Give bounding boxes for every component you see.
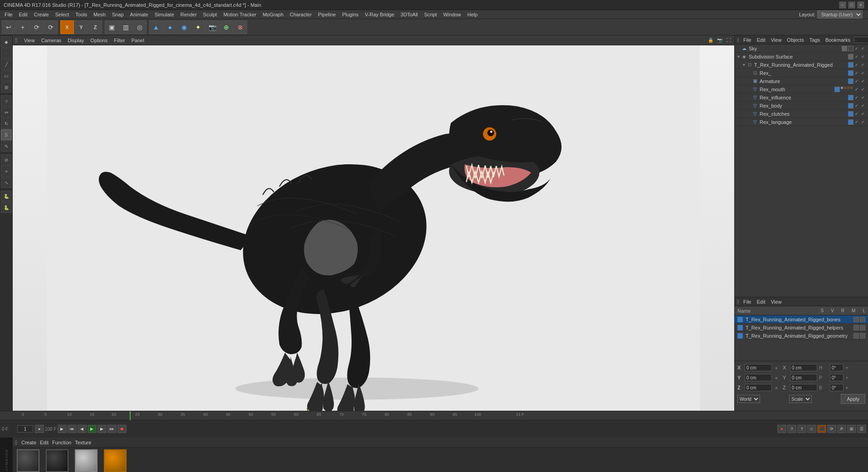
tl-ctrl-5[interactable]: ⟳ [827, 425, 836, 433]
mode-object[interactable]: ◆ [1, 36, 12, 47]
subdiv-render[interactable]: ✓ [860, 54, 866, 60]
mode-uvw[interactable]: ⊞ [1, 82, 12, 93]
coord-b-val[interactable] [830, 384, 844, 391]
vp-menu-options[interactable]: Options [88, 38, 109, 43]
helpers-dot-1[interactable] [853, 325, 859, 330]
obj-row-subdiv[interactable]: ▼ ◈ Subdivision Surface ✓ ✓ [735, 53, 868, 61]
menu-mesh[interactable]: Mesh [91, 10, 108, 19]
mode-polygons[interactable]: ▭ [1, 70, 12, 81]
obj-tab-objects[interactable]: Objects [785, 36, 805, 44]
interactive-render[interactable]: ◎ [133, 20, 146, 34]
coord-h-val[interactable] [830, 364, 844, 371]
vp-camera-icon[interactable]: 📷 [716, 37, 723, 44]
menu-file[interactable]: File [2, 10, 15, 19]
menu-character[interactable]: Character [287, 10, 314, 19]
menu-render[interactable]: Render [178, 10, 200, 19]
prop-tab-file[interactable]: File [741, 298, 753, 305]
coord-scale-dropdown[interactable]: Scale [789, 395, 812, 403]
sky-dot-1[interactable] [842, 46, 847, 51]
prev-frame-button[interactable]: ◀ [78, 425, 87, 433]
subdiv-dot-1[interactable] [848, 54, 853, 59]
mouth-dot-1[interactable] [834, 87, 840, 92]
obj-row-clutches[interactable]: ▽ Rex_clutches ✓ ✓ [735, 110, 868, 118]
vp-menu-display[interactable]: Display [66, 38, 86, 43]
menu-snap[interactable]: Snap [109, 10, 127, 19]
undo-button[interactable]: ↩ [2, 20, 15, 34]
menu-help[interactable]: Help [465, 10, 481, 19]
prop-row-bones[interactable]: T_Rex_Running_Animated_Rigged_bones [735, 315, 868, 324]
obj-tab-view[interactable]: View [769, 36, 784, 44]
tool-brush[interactable]: ∿ [1, 177, 12, 188]
apply-button[interactable]: Apply [841, 394, 865, 404]
menu-script[interactable]: Script [421, 10, 439, 19]
layout-dropdown[interactable]: Startup (User) [817, 10, 863, 19]
menu-mograph[interactable]: MoGraph [260, 10, 286, 19]
viewport[interactable] [13, 45, 734, 411]
prop-tab-view[interactable]: View [769, 298, 784, 305]
tool-scale[interactable]: ⇔ [1, 107, 12, 118]
python-icon[interactable]: 🐍 [1, 191, 12, 202]
tl-ctrl-move[interactable]: ⊹ [807, 425, 816, 433]
clutches-dot-1[interactable] [848, 111, 853, 117]
tl-ctrl-7[interactable]: ⊞ [847, 425, 856, 433]
influence-visibility[interactable]: ✓ [853, 94, 860, 101]
geometry-dot-2[interactable] [860, 333, 865, 339]
coord-y-pos[interactable] [745, 374, 772, 381]
menu-sculpt[interactable]: Sculpt [200, 10, 220, 19]
menu-animate[interactable]: Animate [127, 10, 151, 19]
tool-magnet[interactable]: ⋄ [1, 166, 12, 177]
obj-row-sky[interactable]: ☁ Sky ✓ ✓ [735, 44, 868, 53]
minimize-button[interactable]: − [839, 1, 846, 9]
menu-motion-tracker[interactable]: Motion Tracker [220, 10, 259, 19]
vp-lock-icon[interactable]: 🔒 [707, 37, 714, 44]
coord-z-pos[interactable] [745, 384, 772, 391]
body-dot-1[interactable] [848, 103, 853, 108]
next-frame-button[interactable]: ▶ [98, 425, 107, 433]
vp-menu-filter[interactable]: Filter [112, 38, 127, 43]
obj-row-language[interactable]: ▽ Rex_language ✓ ✓ [735, 118, 868, 126]
mat-menu-function[interactable]: Function [52, 440, 71, 445]
render-to-picture-viewer[interactable]: ▥ [119, 20, 132, 34]
body-render[interactable]: ✓ [860, 103, 866, 109]
cube-button[interactable]: ▲ [149, 20, 163, 34]
geometry-dot-1[interactable] [853, 333, 859, 339]
go-start-button[interactable]: ⏮ [68, 425, 77, 433]
y-axis-button[interactable]: Y [74, 20, 88, 34]
coord-x-rot[interactable] [790, 364, 817, 371]
light-button[interactable]: ✦ [191, 20, 205, 34]
close-button[interactable]: × [857, 1, 864, 9]
restore-button[interactable]: □ [848, 1, 855, 9]
tl-ctrl-1[interactable]: ● [777, 425, 786, 433]
mat-menu-texture[interactable]: Texture [75, 440, 91, 445]
fps-field[interactable]: ▶ [58, 425, 67, 433]
sky-visibility[interactable]: ✓ [853, 45, 860, 52]
menu-3dtoall[interactable]: 3DToAll [398, 10, 420, 19]
coord-p-val[interactable] [830, 374, 844, 381]
material-eye[interactable]: EYE [102, 449, 129, 472]
prop-row-geometry[interactable]: T_Rex_Running_Animated_Rigged_geometry [735, 332, 868, 340]
z-axis-button[interactable]: Z [88, 20, 102, 34]
obj-row-rex[interactable]: ⊡ Rex_ ✓ ✓ [735, 69, 868, 77]
tl-ctrl-key[interactable]: ⬛ [817, 425, 826, 433]
vp-menu-view[interactable]: View [22, 38, 37, 43]
boole-button[interactable]: ⊕ [219, 20, 233, 34]
record-button[interactable]: ⏺ [117, 425, 127, 433]
vp-menu-cameras[interactable]: Cameras [39, 38, 63, 43]
tool-select[interactable]: S [1, 129, 12, 140]
obj-tab-edit[interactable]: Edit [755, 36, 767, 44]
x-axis-button[interactable]: X [60, 20, 74, 34]
prop-tab-edit[interactable]: Edit [755, 298, 767, 305]
obj-search-input[interactable] [854, 37, 868, 43]
rex-visibility[interactable]: ✓ [853, 70, 860, 76]
menu-plugins[interactable]: Plugins [339, 10, 361, 19]
trex-visibility[interactable]: ✓ [853, 62, 860, 68]
menu-create[interactable]: Create [31, 10, 52, 19]
tl-ctrl-3[interactable]: ? [797, 425, 806, 433]
render-region-button[interactable]: ⟳ [30, 20, 44, 34]
obj-row-body[interactable]: ▽ Rex_body ✓ ✓ [735, 102, 868, 110]
cloner-button[interactable]: ⊗ [234, 20, 247, 34]
play-button[interactable]: ▶ [88, 425, 97, 433]
language-visibility[interactable]: ✓ [853, 119, 860, 125]
armature-render[interactable]: ✓ [860, 78, 866, 84]
mat-menu-edit[interactable]: Edit [40, 440, 49, 445]
